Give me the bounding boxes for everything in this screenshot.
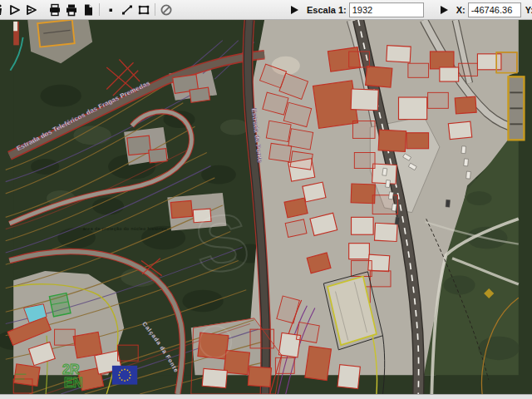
print-icon[interactable] [47,2,63,18]
disabled-circle-icon[interactable] [158,2,175,18]
document-icon[interactable] [80,2,96,18]
window-bottom-edge [0,394,532,399]
toolbar-separator [155,3,155,16]
point-tool-icon[interactable] [102,2,119,18]
scale-coords-panel: Escala 1: X: Y: [286,0,532,19]
x-coord-label: X: [456,5,466,15]
print-filled-icon[interactable] [63,2,80,18]
flag-forward-alt-icon[interactable] [23,2,40,18]
map-canvas[interactable]: S área de proteção do núcleo histórico E… [0,20,532,394]
toolbar-separator [99,3,100,16]
faint-annotation: área de proteção do núcleo histórico [83,226,168,231]
y-coord-label: Y: [525,5,532,15]
scale-input[interactable] [349,2,424,17]
eu-flag [112,366,137,385]
svg-text:EN: EN [64,375,82,390]
rectangle-tool-icon[interactable] [135,2,152,18]
main-toolbar: Escala 1: X: Y: [0,0,532,20]
apply-coords-icon[interactable] [436,2,452,18]
flag-forward-icon[interactable] [7,2,23,18]
scale-label: Escala 1: [307,5,347,15]
map-svg: S área de proteção do núcleo histórico E… [0,20,532,394]
apply-scale-icon[interactable] [286,2,303,18]
x-coord-input[interactable] [468,2,521,17]
gis-application-window: Escala 1: X: Y: [0,0,532,399]
clipped-edge-icon[interactable] [0,2,7,18]
line-tool-icon[interactable] [119,2,135,18]
